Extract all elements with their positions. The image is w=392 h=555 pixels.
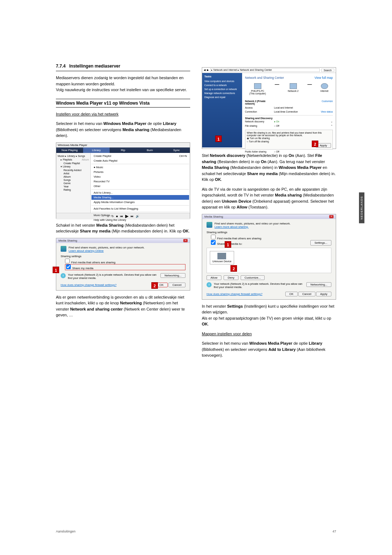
page-number: 47 — [332, 530, 336, 533]
networking-button[interactable]: Networking... — [306, 282, 331, 287]
wmp-sidebar: Music ▸ Library ▸ Songs ▸ Playlists Albu… — [56, 153, 91, 213]
wmp-menu-create-playlist[interactable]: Create PlaylistCtrl+N — [91, 154, 189, 158]
info-icon: i — [207, 282, 212, 287]
fwd-icon[interactable]: ▶ — [207, 69, 209, 72]
callout-2c: 2 — [230, 265, 237, 272]
apply-button[interactable]: Apply — [316, 292, 331, 296]
vista-expand-nd[interactable]: ⌄ — [315, 120, 333, 123]
cancel-button[interactable]: Cancel — [168, 283, 185, 287]
instruction-1: Selecteer in het menu van Windows Media … — [56, 121, 190, 139]
wmp-library-menu: Create PlaylistCtrl+N Create Auto Playli… — [91, 153, 190, 213]
vista-customize[interactable]: Customize — [315, 100, 333, 105]
dlg2-settings-label: Sharing settings — [207, 231, 331, 234]
ok-button[interactable]: OK — [285, 292, 298, 296]
vista-task-diagnose[interactable]: Diagnose and repair — [204, 95, 240, 99]
wmp-tab-library[interactable]: Library — [83, 147, 110, 153]
wmp-menu-create-auto[interactable]: Create Auto Playlist — [91, 158, 189, 163]
close-icon[interactable]: × — [329, 215, 334, 218]
wmp-menu-pictures[interactable]: Pictures — [91, 170, 189, 174]
wmp-heading: Windows Media Player v11 op Windows Vist… — [56, 99, 190, 108]
wmp-tab-burn[interactable]: Burn — [136, 147, 163, 153]
networking-button[interactable]: Networking... — [160, 273, 185, 278]
media-sharing-dialog-1: 1 2 Media Sharing × Find and share music… — [56, 238, 190, 291]
dlg1-link[interactable]: Learn about sharing Online — [69, 249, 144, 252]
wmp-menu-help[interactable]: Help with Using the Library — [91, 218, 189, 222]
unknown-device[interactable]: Unknown Device — [210, 251, 234, 264]
search-field[interactable]: Search — [321, 69, 334, 72]
wmp-side-recent[interactable]: Recently Added — [58, 169, 89, 172]
vista-task-view[interactable]: View computers and devices — [204, 79, 240, 83]
dlg1-info-text: Your network (Network 2) is a private ne… — [68, 273, 158, 280]
prev-icon[interactable]: ⏮ — [120, 215, 123, 218]
callout-1c: 1 — [225, 241, 231, 248]
dlg1-title: Media Sharing × — [56, 238, 190, 243]
dlg2-desc: Find and share music, pictures, and vide… — [215, 222, 290, 225]
wmp-side-library[interactable]: ▾ Library — [58, 165, 89, 169]
media-icon — [61, 246, 66, 252]
vista-task-manage[interactable]: Manage network connections — [204, 91, 240, 95]
vista-task-connect[interactable]: Connect to a network — [204, 83, 240, 87]
wmp-menu-addfav[interactable]: Add Favorites to List When Dragging — [91, 206, 189, 211]
wmp-menu-addlib[interactable]: Add to Library... — [91, 190, 189, 195]
wmp-side-create[interactable]: Create Playlist — [58, 162, 89, 165]
callout-2b: 2 — [312, 141, 318, 147]
dlg2-find-check[interactable]: Find media that others are sharing — [211, 235, 331, 240]
wmp-side-artist[interactable]: Artist — [58, 172, 89, 175]
wmp-side-playlists[interactable]: ▸ Playlists Album — [58, 158, 89, 162]
settings-button[interactable]: Settings... — [310, 240, 331, 246]
back-icon[interactable]: ◀ — [204, 69, 205, 72]
shuffle-icon[interactable]: ⤭ — [107, 215, 109, 218]
wmp-side-songs[interactable]: Songs — [58, 178, 89, 182]
wmp-menu-video[interactable]: Video — [91, 174, 189, 179]
cancel-button[interactable]: Cancel — [298, 292, 315, 296]
volume-icon[interactable]: 🔊 — [136, 215, 139, 218]
next-icon[interactable]: ⏭ — [131, 215, 134, 218]
vista-radio-on[interactable]: ◉ Turn on file sharing — [247, 137, 331, 140]
dlg2-firewall-link[interactable]: How does sharing change firewall setting… — [207, 292, 262, 296]
vista-header: Network and Sharing Center — [245, 76, 284, 80]
vista-viewstatus[interactable]: View status — [315, 110, 333, 113]
vista-net-network: Network 2 — [288, 83, 298, 95]
stop-icon[interactable]: ■ — [116, 215, 118, 218]
repeat-icon[interactable]: ↻ — [111, 215, 114, 218]
intro-text: Mediaservers dienen zodanig te worden in… — [56, 75, 190, 93]
dlg1-desc: Find and share music, pictures, and vide… — [69, 246, 144, 249]
close-icon[interactable]: × — [183, 239, 188, 242]
wmp-side-year[interactable]: Year — [58, 185, 89, 188]
device-icon — [217, 253, 226, 259]
vista-tasks-panel: Tasks View computers and devices Connect… — [202, 73, 242, 147]
vista-expand-fs[interactable]: ⌃ — [315, 125, 333, 127]
wmp-side-album[interactable]: Album — [58, 175, 89, 178]
wmp-menu-mediasharing[interactable]: Media Sharing... — [91, 195, 189, 200]
dlg1-firewall-link[interactable]: How does sharing change firewall setting… — [61, 283, 117, 287]
wmp-menu-apply[interactable]: Apply Media Information Changes — [91, 200, 189, 204]
vista-viewmap[interactable]: View full map — [315, 76, 333, 80]
callout-2: 2 — [151, 282, 158, 289]
wmp-side-rating[interactable]: Rating — [58, 188, 89, 191]
wmp-tabs: Now Playing Library Rip Burn Sync — [56, 147, 190, 153]
wmp-tab-nowplaying[interactable]: Now Playing — [56, 147, 83, 153]
customize-button[interactable]: Customize... — [241, 275, 265, 280]
wmp-tab-sync[interactable]: Sync — [163, 147, 190, 153]
wmp-side-genre[interactable]: Genre — [58, 182, 89, 185]
allow-button[interactable]: Allow — [207, 275, 221, 280]
vista-radio-off[interactable]: ○ Turn off file sharing — [247, 140, 331, 143]
wmp-tab-rip[interactable]: Rip — [110, 147, 136, 153]
instruction-r3: In het venster Settings (Instellingen) k… — [202, 303, 336, 327]
wmp-menu-more[interactable]: More Options... — [91, 213, 189, 218]
dlg2-link[interactable]: Learn more about sharing. — [215, 225, 290, 228]
section-heading: 7.7.4 Instellingen mediaserver — [56, 64, 190, 71]
wmp-menu-recorded[interactable]: Recorded TV — [91, 179, 189, 184]
dlg1-find-check[interactable]: Find media that others are sharing — [65, 259, 185, 264]
instruction-2: Schakel in het venster Media Sharing (Me… — [56, 222, 190, 234]
media-sharing-dialog-2: 1 2 Media Sharing × Find and share music… — [202, 214, 336, 300]
wmp-menu-other[interactable]: Other — [91, 184, 189, 189]
deny-button[interactable]: Deny — [224, 275, 238, 280]
play-icon[interactable]: ▶ — [125, 214, 128, 219]
instruction-3: Als er geen netwerkverbinding is gevonde… — [56, 294, 190, 318]
vista-task-setup[interactable]: Set up a connection or network — [204, 87, 240, 91]
wmp-menu-music[interactable]: ● Music — [91, 165, 189, 170]
wmp-titlebar: Windows Media Player — [56, 143, 190, 147]
network-center-screenshot: 1 2 ◀ ▶ ▸ Network and Internet ▸ Network… — [202, 67, 336, 149]
dlg1-share-check[interactable]: Share my media — [65, 264, 185, 270]
